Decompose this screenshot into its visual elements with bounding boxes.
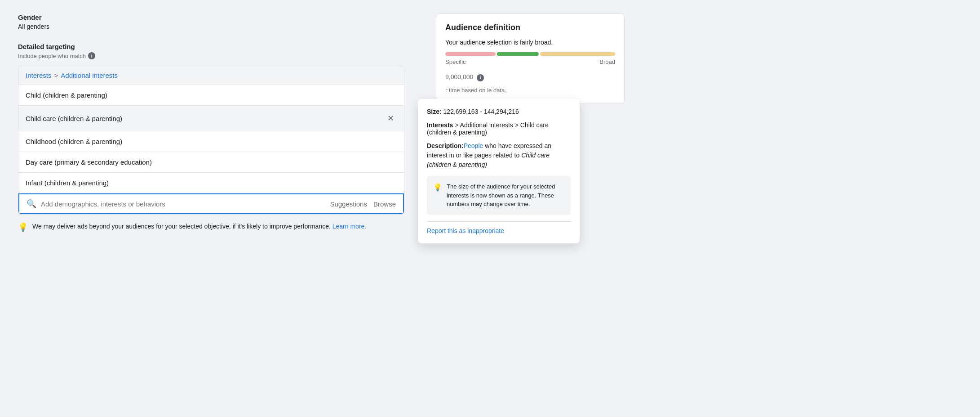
gauge-segment-1 xyxy=(445,52,496,56)
time-text: r time based on le data. xyxy=(445,86,615,95)
search-links: Suggestions Browse xyxy=(330,200,396,208)
targeting-title: Detailed targeting xyxy=(18,43,404,50)
size-number-text: 9,000,000 xyxy=(445,73,473,81)
tooltip-desc-label: Description: xyxy=(427,142,464,149)
breadcrumb-separator: > xyxy=(54,72,58,79)
targeting-subtitle-text: Include people who match xyxy=(18,53,86,59)
targeting-subtitle: Include people who match i xyxy=(18,52,404,59)
tooltip-divider xyxy=(427,221,571,222)
interest-item-1: Child (children & parenting) xyxy=(18,85,404,106)
size-row: 9,000,000 i xyxy=(445,69,615,86)
breadcrumb-bar: Interests > Additional interests xyxy=(18,66,404,85)
audience-title: Audience definition xyxy=(445,23,615,32)
interest-item-1-text: Child (children & parenting) xyxy=(26,91,107,99)
tooltip-size-label: Size: xyxy=(427,108,442,115)
breadcrumb-interests[interactable]: Interests xyxy=(26,72,52,79)
tooltip-desc-blue: People xyxy=(464,142,483,149)
interest-item-3-text: Childhood (children & parenting) xyxy=(26,138,122,145)
gauge-bars xyxy=(445,52,615,56)
search-icon: 🔍 xyxy=(27,199,36,209)
tooltip-popup: Size: 122,699,163 - 144,294,216 Interest… xyxy=(418,99,580,243)
size-number-partial: 9,000,000 i xyxy=(445,73,484,81)
report-link[interactable]: Report this as inappropriate xyxy=(427,227,504,234)
interest-item-5-text: Infant (children & parenting) xyxy=(26,179,109,187)
tooltip-path: Interests > Additional interests > Child… xyxy=(427,121,571,136)
search-bar: 🔍 Suggestions Browse xyxy=(18,193,404,214)
interest-item-4-text: Day care (primary & secondary education) xyxy=(26,158,152,166)
gauge-container: Specific Broad xyxy=(445,52,615,65)
gauge-segment-2 xyxy=(497,52,539,56)
remove-interest-2-button[interactable]: ✕ xyxy=(384,112,397,125)
detailed-targeting-section: Detailed targeting Include people who ma… xyxy=(18,43,404,239)
tooltip-size: Size: 122,699,163 - 144,294,216 xyxy=(427,108,571,115)
interest-item-2-text: Child care (children & parenting) xyxy=(26,115,122,122)
tip-row: 💡 We may deliver ads beyond your audienc… xyxy=(18,215,404,239)
suggestions-link[interactable]: Suggestions xyxy=(330,200,367,208)
gauge-labels: Specific Broad xyxy=(445,58,615,65)
interest-item-4: Day care (primary & secondary education) xyxy=(18,152,404,173)
info-icon[interactable]: i xyxy=(88,52,95,59)
interest-item-2: Child care (children & parenting) ✕ xyxy=(18,106,404,131)
tip-text: We may deliver ads beyond your audiences… xyxy=(32,222,366,231)
gauge-segment-3 xyxy=(540,52,615,56)
gauge-label-broad: Broad xyxy=(599,58,615,65)
breadcrumb-additional[interactable]: Additional interests xyxy=(61,72,118,79)
audience-desc: Your audience selection is fairly broad. xyxy=(445,39,615,46)
gender-label: Gender xyxy=(18,13,404,21)
interest-item-3: Childhood (children & parenting) xyxy=(18,131,404,152)
tip-text-main: We may deliver ads beyond your audiences… xyxy=(32,223,331,230)
gauge-label-specific: Specific xyxy=(445,58,466,65)
tooltip-note-text: The size of the audience for your select… xyxy=(447,182,564,209)
tooltip-path-label: Interests xyxy=(427,121,453,129)
gender-section: Gender All genders xyxy=(18,13,404,30)
tooltip-desc: Description:People who have expressed an… xyxy=(427,141,571,170)
targeting-box: Interests > Additional interests Child (… xyxy=(18,66,404,215)
audience-definition-card: Audience definition Your audience select… xyxy=(436,13,625,104)
browse-link[interactable]: Browse xyxy=(373,200,396,208)
search-input[interactable] xyxy=(41,200,325,208)
gender-value: All genders xyxy=(18,23,404,30)
tooltip-note-icon: 💡 xyxy=(433,182,442,193)
tooltip-note: 💡 The size of the audience for your sele… xyxy=(427,176,571,215)
tooltip-size-value: 122,699,163 - 144,294,216 xyxy=(443,108,519,115)
learn-more-link[interactable]: Learn more. xyxy=(333,223,366,230)
tip-icon: 💡 xyxy=(18,222,28,232)
info-icon-2[interactable]: i xyxy=(477,74,484,81)
interest-item-5: Infant (children & parenting) xyxy=(18,173,404,193)
